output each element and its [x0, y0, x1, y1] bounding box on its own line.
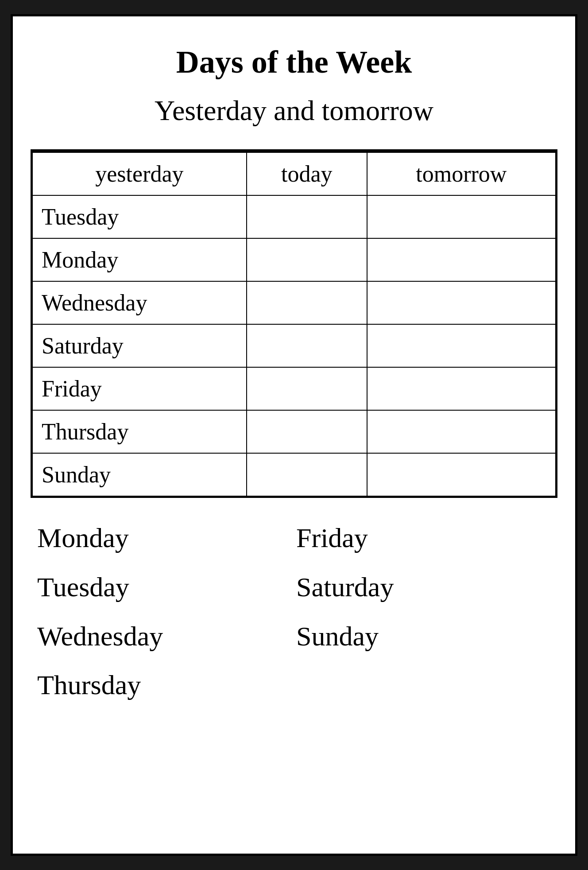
- table-row: Thursday: [32, 410, 556, 453]
- page: Days of the Week Yesterday and tomorrow …: [11, 14, 577, 856]
- cell-yesterday-4: Friday: [32, 367, 247, 410]
- bottom-left-item-4: Thursday: [35, 663, 294, 707]
- cell-tomorrow-2: [367, 281, 556, 324]
- table-section: yesterday today tomorrow TuesdayMondayWe…: [31, 151, 557, 498]
- cell-today-1: [247, 238, 367, 281]
- cell-yesterday-3: Saturday: [32, 324, 247, 367]
- cell-today-2: [247, 281, 367, 324]
- bottom-right-item-1: Friday: [294, 516, 370, 560]
- cell-today-5: [247, 410, 367, 453]
- cell-tomorrow-3: [367, 324, 556, 367]
- bottom-right-item-2: Saturday: [294, 565, 396, 610]
- cell-today-3: [247, 324, 367, 367]
- table-row: Monday: [32, 238, 556, 281]
- table-header-row: yesterday today tomorrow: [32, 152, 556, 195]
- cell-yesterday-2: Wednesday: [32, 281, 247, 324]
- table-row: Tuesday: [32, 195, 556, 238]
- table-body: TuesdayMondayWednesdaySaturdayFridayThur…: [32, 195, 556, 496]
- cell-yesterday-6: Sunday: [32, 453, 247, 496]
- cell-tomorrow-4: [367, 367, 556, 410]
- table-row: Wednesday: [32, 281, 556, 324]
- cell-tomorrow-1: [367, 238, 556, 281]
- bottom-left-item-1: Monday: [35, 516, 294, 560]
- bottom-right: Friday Saturday Sunday: [294, 516, 553, 707]
- cell-today-6: [247, 453, 367, 496]
- bottom-left-item-3: Wednesday: [35, 614, 294, 659]
- subtitle: Yesterday and tomorrow: [39, 94, 549, 127]
- bottom-right-item-3: Sunday: [294, 614, 381, 659]
- table-row: Sunday: [32, 453, 556, 496]
- cell-tomorrow-6: [367, 453, 556, 496]
- header-section: Days of the Week Yesterday and tomorrow: [31, 30, 557, 151]
- col-yesterday: yesterday: [32, 152, 247, 195]
- bottom-section: Monday Tuesday Wednesday Thursday Friday…: [31, 507, 557, 716]
- cell-yesterday-0: Tuesday: [32, 195, 247, 238]
- cell-yesterday-1: Monday: [32, 238, 247, 281]
- table-row: Saturday: [32, 324, 556, 367]
- table-row: Friday: [32, 367, 556, 410]
- cell-tomorrow-0: [367, 195, 556, 238]
- main-title: Days of the Week: [39, 43, 549, 81]
- bottom-left: Monday Tuesday Wednesday Thursday: [35, 516, 294, 707]
- col-tomorrow: tomorrow: [367, 152, 556, 195]
- cell-yesterday-5: Thursday: [32, 410, 247, 453]
- cell-today-0: [247, 195, 367, 238]
- bottom-left-item-2: Tuesday: [35, 565, 294, 610]
- cell-tomorrow-5: [367, 410, 556, 453]
- col-today: today: [247, 152, 367, 195]
- cell-today-4: [247, 367, 367, 410]
- days-table: yesterday today tomorrow TuesdayMondayWe…: [32, 152, 556, 497]
